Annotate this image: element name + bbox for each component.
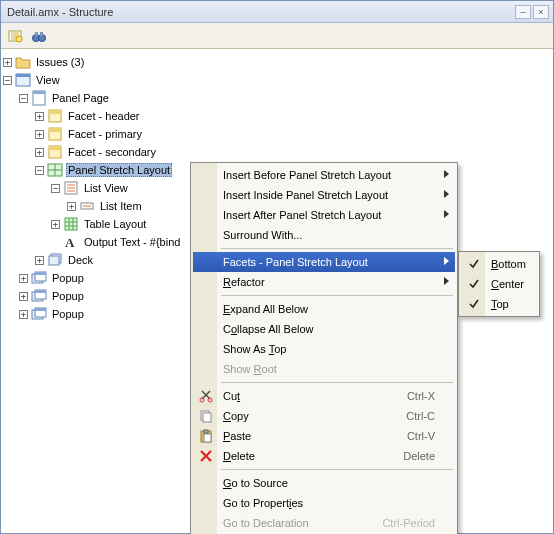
- tree-label: Issues (3): [34, 55, 86, 69]
- menu-shortcut: Ctrl-Period: [382, 517, 435, 529]
- menu-label: Show As Top: [223, 343, 435, 355]
- menu-collapse-all[interactable]: Collapse All Below: [193, 319, 455, 339]
- menu-go-to-source[interactable]: Go to Source: [193, 473, 455, 493]
- menu-delete[interactable]: Delete Delete: [193, 446, 455, 466]
- tree-label: View: [34, 73, 62, 87]
- submenu-top[interactable]: Top: [461, 294, 537, 314]
- tree-node-issues[interactable]: + Issues (3): [3, 53, 551, 71]
- popup-icon: [31, 270, 47, 286]
- expander-icon[interactable]: +: [35, 256, 44, 265]
- expander-icon[interactable]: −: [51, 184, 60, 193]
- close-button[interactable]: ×: [533, 5, 549, 19]
- check-icon: [468, 298, 480, 310]
- menu-go-to-properties[interactable]: Go to Properties: [193, 493, 455, 513]
- tree-label: Popup: [50, 271, 86, 285]
- tree-label: Output Text - #{bind: [82, 235, 182, 249]
- text-icon: A: [63, 234, 79, 250]
- tree-node-facet-secondary[interactable]: + Facet - secondary: [3, 143, 551, 161]
- expander-icon[interactable]: +: [35, 112, 44, 121]
- context-menu: Insert Before Panel Stretch Layout Inser…: [190, 162, 458, 534]
- menu-label: Paste: [223, 430, 383, 442]
- binoculars-icon[interactable]: [29, 26, 49, 46]
- submenu-arrow-icon: [444, 210, 449, 218]
- menu-facets[interactable]: Facets - Panel Stretch Layout: [193, 252, 455, 272]
- submenu-label: Bottom: [491, 258, 526, 270]
- expander-icon[interactable]: +: [19, 310, 28, 319]
- menu-insert-before[interactable]: Insert Before Panel Stretch Layout: [193, 165, 455, 185]
- menu-label: Insert Inside Panel Stretch Layout: [223, 189, 435, 201]
- submenu-arrow-icon: [444, 277, 449, 285]
- tree-label: Panel Page: [50, 91, 111, 105]
- expander-icon[interactable]: −: [3, 76, 12, 85]
- tree-label: List Item: [98, 199, 144, 213]
- menu-copy[interactable]: Copy Ctrl-C: [193, 406, 455, 426]
- tree-node-facet-primary[interactable]: + Facet - primary: [3, 125, 551, 143]
- svg-rect-25: [65, 218, 77, 230]
- menu-go-to-declaration: Go to Declaration Ctrl-Period: [193, 513, 455, 533]
- tree-node-facet-header[interactable]: + Facet - header: [3, 107, 551, 125]
- cut-icon: [198, 388, 214, 404]
- menu-shortcut: Ctrl-C: [406, 410, 435, 422]
- svg-rect-7: [16, 74, 30, 77]
- submenu-bottom[interactable]: Bottom: [461, 254, 537, 274]
- check-icon: [468, 258, 480, 270]
- menu-separator: [221, 295, 453, 296]
- expander-icon[interactable]: +: [3, 58, 12, 67]
- tree-label: List View: [82, 181, 130, 195]
- submenu-center[interactable]: Center: [461, 274, 537, 294]
- svg-rect-47: [204, 434, 211, 442]
- menu-insert-after[interactable]: Insert After Panel Stretch Layout: [193, 205, 455, 225]
- svg-rect-38: [35, 290, 46, 293]
- expander-icon[interactable]: −: [19, 94, 28, 103]
- check-icon: [468, 278, 480, 290]
- menu-refactor[interactable]: Refactor: [193, 272, 455, 292]
- tree-label: Facet - secondary: [66, 145, 158, 159]
- menu-separator: [221, 382, 453, 383]
- popup-icon: [31, 306, 47, 322]
- tree-label: Facet - header: [66, 109, 142, 123]
- menu-shortcut: Delete: [403, 450, 435, 462]
- window-title: Detail.amx - Structure: [5, 6, 513, 18]
- expander-icon[interactable]: +: [35, 148, 44, 157]
- submenu-arrow-icon: [444, 170, 449, 178]
- expander-icon[interactable]: +: [35, 130, 44, 139]
- menu-paste[interactable]: Paste Ctrl-V: [193, 426, 455, 446]
- toolbar: [1, 23, 553, 49]
- expander-icon[interactable]: +: [19, 292, 28, 301]
- tree-node-view[interactable]: − View: [3, 71, 551, 89]
- titlebar: Detail.amx - Structure – ×: [1, 1, 553, 23]
- tree-node-panel-page[interactable]: − Panel Page: [3, 89, 551, 107]
- tree-label: Facet - primary: [66, 127, 144, 141]
- menu-show-as-top[interactable]: Show As Top: [193, 339, 455, 359]
- menu-separator: [221, 469, 453, 470]
- freeze-icon[interactable]: [5, 26, 25, 46]
- facets-submenu: Bottom Center Top: [458, 251, 540, 317]
- table-icon: [63, 216, 79, 232]
- menu-label: Refactor: [223, 276, 435, 288]
- submenu-label: Top: [491, 298, 509, 310]
- tree-label: Popup: [50, 307, 86, 321]
- delete-icon: [198, 448, 214, 464]
- svg-rect-48: [204, 430, 208, 433]
- svg-rect-32: [49, 256, 59, 265]
- expander-icon[interactable]: −: [35, 166, 44, 175]
- facet-icon: [47, 144, 63, 160]
- submenu-label: Center: [491, 278, 524, 290]
- expander-icon[interactable]: +: [51, 220, 60, 229]
- minimize-button[interactable]: –: [515, 5, 531, 19]
- folder-icon: [15, 54, 31, 70]
- facet-icon: [47, 108, 63, 124]
- menu-cut[interactable]: Cut Ctrl-X: [193, 386, 455, 406]
- popup-icon: [31, 288, 47, 304]
- menu-label: Cut: [223, 390, 383, 402]
- menu-label: Go to Source: [223, 477, 435, 489]
- expander-icon[interactable]: +: [67, 202, 76, 211]
- deck-icon: [47, 252, 63, 268]
- menu-insert-inside[interactable]: Insert Inside Panel Stretch Layout: [193, 185, 455, 205]
- list-icon: [63, 180, 79, 196]
- menu-expand-all[interactable]: Expand All Below: [193, 299, 455, 319]
- menu-surround-with[interactable]: Surround With...: [193, 225, 455, 245]
- view-icon: [15, 72, 31, 88]
- expander-icon[interactable]: +: [19, 274, 28, 283]
- svg-rect-5: [40, 32, 43, 36]
